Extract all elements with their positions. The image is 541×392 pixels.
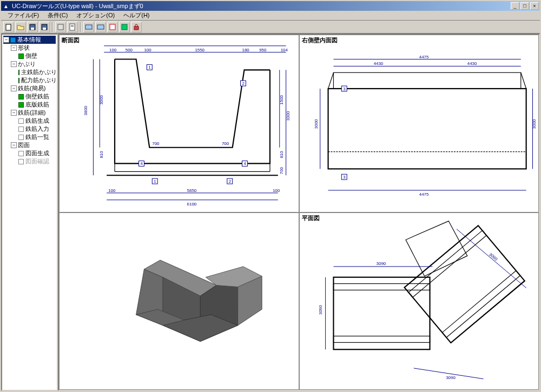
tree-label: 図面生成 [25, 149, 49, 157]
tree-dist-cover[interactable]: 配力筋かぶり [3, 76, 56, 84]
svg-rect-6 [70, 24, 75, 30]
svg-rect-91 [442, 270, 520, 337]
svg-rect-12 [122, 24, 127, 30]
view-right-wall[interactable]: 右側壁内面図 4475 4430 4430 [299, 35, 539, 212]
svg-text:810: 810 [279, 151, 284, 158]
svg-text:700: 700 [279, 167, 284, 174]
save-as-icon[interactable] [39, 22, 50, 32]
menu-condition[interactable]: 条件(C) [43, 11, 72, 20]
model-3d-icon [136, 260, 262, 341]
lock-icon[interactable] [131, 22, 142, 32]
tree-label: 配力筋かぶり [21, 76, 57, 84]
minimize-button[interactable]: _ [511, 2, 519, 10]
doc-icon[interactable] [67, 22, 78, 32]
svg-rect-13 [134, 26, 138, 30]
view3-icon[interactable] [107, 22, 118, 32]
svg-text:810: 810 [99, 151, 104, 158]
svg-text:4: 4 [141, 161, 143, 166]
viewport: 断面図 100 500 100 1550 180 950 [58, 34, 540, 391]
view-label-rightwall: 右側壁内面図 [302, 36, 338, 44]
toolbar-separator [80, 22, 81, 32]
tree-label: 図面 [18, 141, 30, 149]
view-plan[interactable]: 平面図 [299, 212, 539, 390]
app-icon: ▲ [2, 2, 10, 10]
tree-drawing[interactable]: −図面 [3, 141, 56, 149]
svg-text:950: 950 [259, 48, 267, 52]
svg-text:3090: 3090 [376, 261, 386, 265]
open-file-icon[interactable] [15, 22, 26, 32]
tree-label: 鉄筋(詳細) [18, 109, 45, 117]
menubar: ファイル(F) 条件(C) オプション(O) ヘルプ(H) [1, 11, 540, 21]
tree-label: 鉄筋(簡易) [18, 84, 45, 92]
tree-drawing-confirm[interactable]: 図面確認 [3, 157, 56, 165]
svg-text:2: 2 [229, 179, 231, 184]
tree-drawing-gen[interactable]: 図面生成 [3, 149, 56, 157]
tree-label: かぶり [18, 60, 36, 68]
tree-label: 底版鉄筋 [25, 101, 49, 109]
svg-text:3: 3 [343, 175, 346, 180]
tree-base-rebar[interactable]: 底版鉄筋 [3, 101, 56, 109]
tree-label: 側壁 [25, 52, 37, 60]
svg-rect-86 [333, 277, 430, 349]
view-3d[interactable] [59, 212, 299, 390]
tree-label: 鉄筋生成 [25, 117, 49, 125]
svg-text:100: 100 [273, 188, 280, 193]
view-section[interactable]: 断面図 100 500 100 1550 180 950 [59, 35, 299, 212]
save-icon[interactable] [27, 22, 38, 32]
svg-text:3: 3 [343, 87, 346, 91]
svg-rect-9 [85, 25, 92, 29]
svg-line-97 [457, 229, 526, 288]
titlebar: ▲ UC-Drawツールズ(U-type wall) - Uwall_smpまず… [1, 1, 540, 11]
svg-rect-89 [404, 225, 524, 343]
view-label-plan: 平面図 [302, 214, 320, 222]
tree-wall-rebar[interactable]: 側壁鉄筋 [3, 92, 56, 101]
view4-icon[interactable] [119, 22, 130, 32]
view-icon[interactable] [83, 22, 94, 32]
svg-line-65 [328, 72, 333, 89]
tree-rebar-input[interactable]: 鉄筋入力 [3, 125, 56, 133]
close-button[interactable]: × [530, 2, 539, 10]
menu-file[interactable]: ファイル(F) [3, 11, 43, 20]
menu-help[interactable]: ヘルプ(H) [119, 11, 154, 20]
svg-line-66 [520, 72, 526, 89]
svg-text:1550: 1550 [195, 48, 204, 52]
tree-shape[interactable]: −形状 [3, 44, 56, 52]
svg-rect-88 [333, 336, 430, 342]
maximize-button[interactable]: □ [520, 2, 529, 10]
tree-main-cover[interactable]: 主鉄筋かぶり [3, 68, 56, 76]
tree-rebar-list[interactable]: 鉄筋一覧 [3, 133, 56, 141]
tree-cover[interactable]: −かぶり [3, 60, 56, 68]
svg-text:180: 180 [242, 48, 249, 52]
toolbar-separator [52, 22, 53, 32]
view2-icon[interactable] [95, 22, 106, 32]
svg-text:2: 2 [242, 81, 244, 86]
calc-icon[interactable] [55, 22, 66, 32]
tree-root[interactable]: −基本情報 [3, 36, 56, 44]
svg-text:700: 700 [152, 141, 160, 146]
tree-root-label: 基本情報 [17, 36, 41, 44]
svg-text:3000: 3000 [99, 95, 104, 104]
tree-sidewall[interactable]: 側壁 [3, 52, 56, 60]
svg-rect-64 [333, 72, 520, 89]
svg-text:4475: 4475 [419, 55, 428, 59]
new-file-icon[interactable] [3, 22, 14, 32]
window-title: UC-Drawツールズ(U-type wall) - Uwall_smpまず0 [12, 2, 511, 10]
svg-text:104: 104 [281, 48, 288, 52]
view-label-section: 断面図 [62, 36, 80, 44]
menu-options[interactable]: オプション(O) [72, 11, 119, 20]
svg-text:100: 100 [144, 48, 151, 52]
tree-rebar-gen[interactable]: 鉄筋生成 [3, 117, 56, 125]
tree-rebar-detail[interactable]: −鉄筋(詳細) [3, 109, 56, 117]
tree-rebar-simple[interactable]: −鉄筋(簡易) [3, 84, 56, 92]
svg-text:4475: 4475 [419, 192, 428, 197]
svg-text:3300: 3300 [286, 111, 291, 121]
svg-rect-63 [328, 89, 526, 169]
svg-text:3000: 3000 [313, 119, 318, 129]
tree-panel[interactable]: −基本情報 −形状 側壁 −かぶり 主鉄筋かぶり 配力筋かぶり −鉄筋(簡易) … [1, 34, 58, 391]
svg-text:1: 1 [148, 65, 151, 70]
svg-text:4430: 4430 [373, 61, 383, 66]
svg-text:3800: 3800 [83, 105, 88, 115]
tree-label: 主鉄筋かぶり [21, 68, 57, 76]
tree-label: 鉄筋入力 [25, 125, 49, 133]
svg-text:4: 4 [243, 161, 246, 166]
